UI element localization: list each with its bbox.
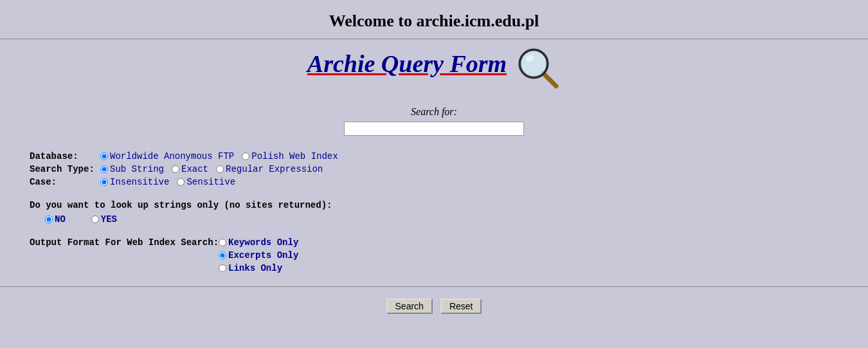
search-type-regex-label: Regular Expression	[226, 164, 323, 174]
strings-no-option[interactable]: NO	[45, 214, 66, 224]
strings-section: Do you want to look up strings only (no …	[30, 200, 868, 224]
search-type-exact-label: Exact	[181, 164, 208, 174]
search-type-exact-option[interactable]: Exact	[172, 164, 208, 174]
search-type-label: Search Type:	[30, 164, 100, 174]
search-type-regex-radio[interactable]	[216, 165, 224, 173]
database-web-label: Polish Web Index	[251, 151, 338, 161]
database-ftp-radio[interactable]	[100, 152, 108, 160]
svg-line-0	[543, 73, 556, 86]
database-options: Worldwide Anonymous FTP Polish Web Index	[100, 151, 338, 161]
case-insensitive-option[interactable]: Insensitive	[100, 177, 169, 187]
strings-no-label: NO	[55, 214, 66, 224]
search-for-label: Search for:	[0, 106, 868, 118]
magnifier-icon	[516, 46, 561, 93]
output-excerpts-radio[interactable]	[219, 252, 226, 259]
top-divider	[0, 39, 868, 39]
search-type-substring-radio[interactable]	[100, 165, 108, 173]
case-insensitive-label: Insensitive	[110, 177, 169, 187]
output-keywords-radio[interactable]	[219, 239, 226, 246]
search-type-exact-radio[interactable]	[172, 165, 179, 173]
output-format-section: Output Format For Web Index Search: Keyw…	[30, 237, 868, 273]
case-insensitive-radio[interactable]	[100, 178, 108, 186]
database-web-radio[interactable]	[242, 152, 249, 160]
output-keywords-label: Keywords Only	[228, 237, 298, 248]
output-format-label: Output Format For Web Index Search:	[30, 237, 219, 248]
page-title: Welcome to archie.icm.edu.pl	[0, 0, 868, 39]
strings-yes-option[interactable]: YES	[91, 214, 117, 224]
output-keywords-option[interactable]: Keywords Only	[219, 237, 298, 248]
case-sensitive-option[interactable]: Sensitive	[177, 177, 235, 187]
search-input[interactable]	[344, 122, 524, 136]
strings-yes-label: YES	[101, 214, 117, 224]
reset-button[interactable]: Reset	[440, 298, 482, 314]
output-links-label: Links Only	[228, 263, 282, 273]
strings-only-label: Do you want to look up strings only (no …	[30, 200, 868, 210]
strings-options: NO YES	[45, 214, 868, 224]
bottom-divider	[0, 286, 868, 287]
output-links-radio[interactable]	[219, 264, 226, 272]
search-input-wrapper	[0, 122, 868, 136]
header-section: Archie Query Form	[0, 46, 868, 93]
search-type-options: Sub String Exact Regular Expression	[100, 164, 323, 174]
case-label: Case:	[30, 177, 100, 187]
output-excerpts-label: Excerpts Only	[228, 250, 298, 261]
output-links-option[interactable]: Links Only	[219, 263, 298, 273]
database-ftp-label: Worldwide Anonymous FTP	[110, 151, 234, 161]
case-sensitive-label: Sensitive	[186, 177, 235, 187]
output-format-options: Keywords Only Excerpts Only Links Only	[219, 237, 298, 273]
form-section: Database: Worldwide Anonymous FTP Polish…	[30, 151, 868, 187]
database-label: Database:	[30, 151, 100, 161]
output-excerpts-option[interactable]: Excerpts Only	[219, 250, 298, 261]
strings-no-radio[interactable]	[45, 215, 53, 223]
search-type-substring-label: Sub String	[110, 164, 164, 174]
strings-yes-radio[interactable]	[91, 215, 99, 223]
search-type-row: Search Type: Sub String Exact Regular Ex…	[30, 164, 868, 174]
case-options: Insensitive Sensitive	[100, 177, 235, 187]
case-sensitive-radio[interactable]	[177, 178, 185, 186]
database-ftp-option[interactable]: Worldwide Anonymous FTP	[100, 151, 234, 161]
search-button[interactable]: Search	[386, 298, 433, 314]
search-type-regex-option[interactable]: Regular Expression	[216, 164, 323, 174]
search-type-substring-option[interactable]: Sub String	[100, 164, 164, 174]
database-web-option[interactable]: Polish Web Index	[242, 151, 338, 161]
case-row: Case: Insensitive Sensitive	[30, 177, 868, 187]
buttons-row: Search Reset	[0, 293, 868, 322]
archie-query-form-title: Archie Query Form	[307, 50, 507, 78]
database-row: Database: Worldwide Anonymous FTP Polish…	[30, 151, 868, 161]
